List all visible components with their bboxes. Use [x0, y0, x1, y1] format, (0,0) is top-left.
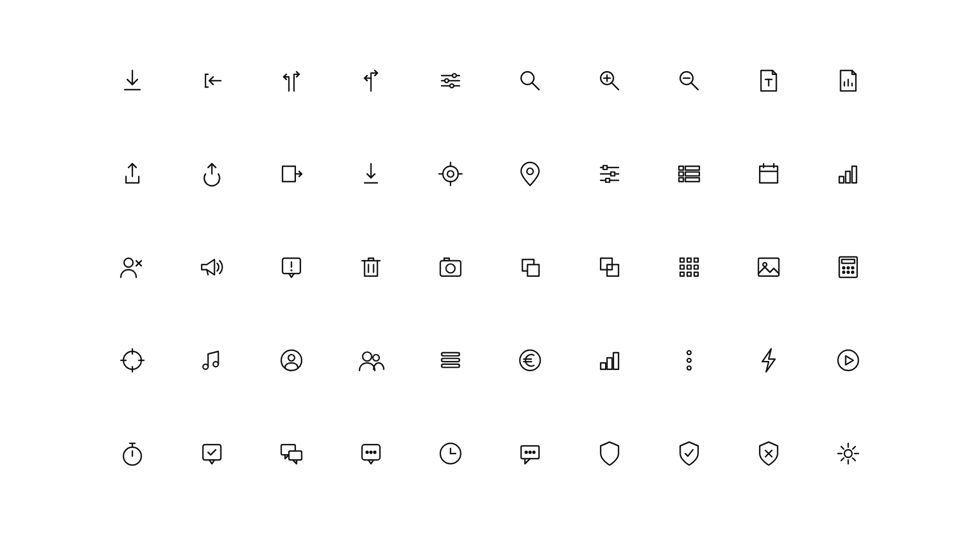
shield-check-icon: [674, 438, 704, 469]
svg-rect-30: [527, 265, 539, 276]
icon-grid: [93, 34, 888, 500]
zoom-out-icon: [674, 65, 704, 96]
svg-rect-22: [852, 167, 856, 183]
svg-rect-15: [679, 172, 683, 176]
equalizer-icon: [594, 159, 625, 189]
svg-point-48: [852, 267, 853, 268]
svg-point-75: [366, 451, 368, 453]
svg-point-57: [362, 352, 372, 361]
chart-file-icon: [833, 65, 864, 96]
menu-lines-icon: [435, 345, 466, 376]
sign-out-icon: [276, 159, 307, 189]
svg-rect-33: [680, 258, 684, 262]
svg-rect-12: [606, 178, 610, 182]
svg-point-66: [687, 351, 691, 355]
zoom-in-icon: [594, 65, 625, 96]
play-circle-icon: [833, 345, 864, 376]
svg-rect-42: [758, 258, 779, 276]
users-icon: [356, 345, 386, 376]
svg-rect-38: [694, 265, 698, 269]
svg-point-46: [843, 267, 844, 268]
upload-icon: [117, 159, 148, 189]
svg-rect-41: [694, 272, 698, 276]
login-icon: [197, 65, 227, 96]
svg-rect-6: [282, 167, 295, 182]
svg-rect-71: [203, 444, 221, 460]
svg-rect-14: [685, 167, 699, 171]
svg-rect-73: [289, 451, 302, 460]
location-pin-icon: [515, 159, 545, 189]
lightning-icon: [753, 345, 784, 376]
more-vertical-icon: [674, 345, 704, 376]
svg-rect-64: [607, 358, 612, 369]
svg-rect-35: [694, 258, 698, 262]
svg-rect-16: [685, 172, 699, 176]
svg-point-49: [843, 271, 844, 273]
svg-point-80: [525, 451, 527, 453]
svg-rect-60: [441, 359, 460, 362]
euro-circle-icon: [515, 345, 545, 376]
svg-rect-10: [603, 165, 607, 169]
settings-gear-icon: [833, 438, 864, 469]
overlap-squares-icon: [594, 252, 625, 282]
svg-rect-19: [760, 167, 778, 183]
svg-rect-18: [685, 178, 699, 182]
download-to-line-icon: [356, 159, 386, 189]
split-arrows-icon: [276, 65, 307, 96]
music-note-icon: [197, 345, 227, 376]
user-circle-icon: [276, 345, 307, 376]
power-up-icon: [197, 159, 227, 189]
svg-point-77: [374, 451, 376, 453]
dial-pad-icon: [674, 252, 704, 282]
svg-point-0: [452, 74, 456, 78]
search-icon: [515, 65, 545, 96]
svg-point-8: [447, 171, 453, 177]
camera-icon: [435, 252, 466, 282]
svg-rect-26: [440, 261, 461, 276]
svg-point-23: [124, 258, 133, 267]
svg-point-54: [213, 361, 218, 367]
svg-point-82: [533, 451, 535, 453]
svg-rect-65: [613, 353, 618, 369]
shield-x-icon: [753, 438, 784, 469]
svg-rect-21: [845, 172, 850, 183]
calendar-icon: [753, 159, 784, 189]
sliders-horizontal-icon: [435, 65, 466, 96]
svg-rect-11: [611, 172, 615, 176]
svg-rect-13: [679, 167, 683, 171]
svg-point-69: [838, 350, 858, 371]
svg-point-56: [288, 355, 294, 361]
chat-dots-icon: [515, 438, 545, 469]
svg-rect-17: [679, 178, 683, 182]
typing-message-icon: [356, 438, 386, 469]
svg-point-62: [520, 350, 540, 371]
diverge-icon: [356, 65, 386, 96]
svg-point-1: [444, 79, 448, 83]
stopwatch-icon: [117, 438, 148, 469]
svg-rect-61: [441, 364, 460, 368]
svg-rect-20: [839, 177, 844, 183]
megaphone-icon: [197, 252, 227, 282]
chat-bubbles-icon: [276, 438, 307, 469]
svg-point-2: [449, 84, 453, 88]
svg-point-83: [844, 450, 852, 458]
clock-icon: [435, 438, 466, 469]
copy-icon: [515, 252, 545, 282]
svg-point-7: [443, 167, 458, 182]
signal-bars-icon: [833, 159, 864, 189]
svg-point-53: [203, 364, 208, 369]
trash-icon: [356, 252, 386, 282]
crosshair-icon: [117, 345, 148, 376]
svg-point-51: [852, 271, 853, 273]
svg-point-43: [762, 263, 766, 267]
svg-point-3: [521, 72, 534, 85]
svg-rect-27: [444, 258, 449, 261]
shield-icon: [594, 438, 625, 469]
alert-message-icon: [276, 252, 307, 282]
image-icon: [753, 252, 784, 282]
check-message-icon: [197, 438, 227, 469]
svg-point-81: [529, 451, 531, 453]
calculator-icon: [833, 252, 864, 282]
svg-rect-45: [841, 260, 854, 264]
svg-point-25: [291, 270, 291, 271]
